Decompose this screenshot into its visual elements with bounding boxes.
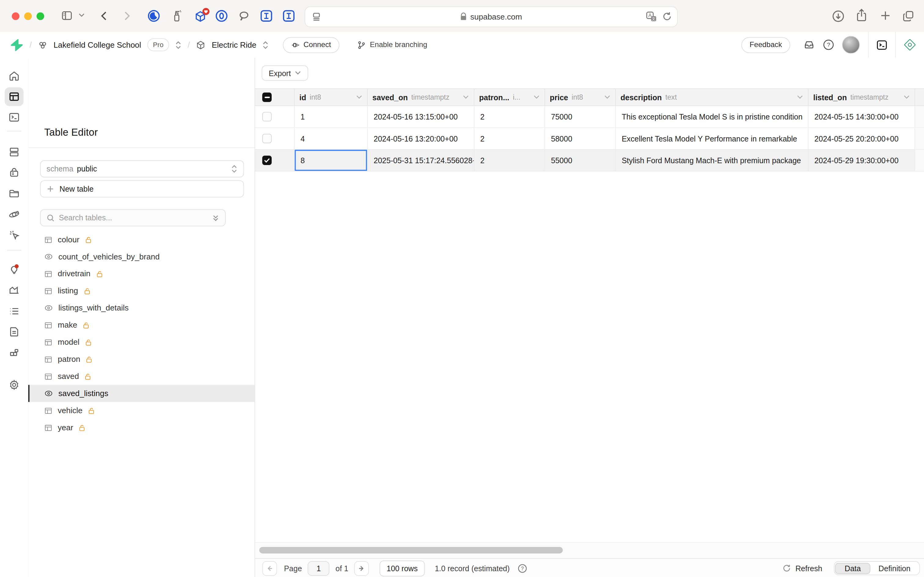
tab-data[interactable]: Data: [835, 562, 870, 574]
cell-description[interactable]: This exceptional Tesla Model S is in pri…: [616, 106, 808, 127]
instapaper-extension-icon-1[interactable]: [260, 10, 272, 22]
cell-saved-on[interactable]: 2025-05-31 15:17:24.556028+00: [368, 150, 474, 171]
sidebar-chevron-icon[interactable]: [78, 13, 85, 18]
column-header-patron-id[interactable]: patron...i...: [474, 89, 545, 105]
nav-reports[interactable]: [5, 281, 24, 300]
column-menu-icon[interactable]: [356, 95, 362, 99]
column-menu-icon[interactable]: [903, 95, 910, 99]
nav-sql-editor[interactable]: [5, 108, 24, 127]
column-header-price[interactable]: priceint8: [545, 89, 616, 105]
supabase-logo[interactable]: [10, 38, 24, 52]
nav-logs[interactable]: [5, 301, 24, 321]
org-switcher-icon[interactable]: [175, 40, 182, 49]
cell-patron-id[interactable]: 2: [474, 128, 545, 149]
table-item[interactable]: vehicle: [28, 402, 255, 419]
cell-id[interactable]: 4: [295, 128, 368, 149]
nav-auth[interactable]: [5, 163, 24, 182]
cell-listed-on[interactable]: 2024-05-15 14:30:00+00: [808, 106, 915, 127]
table-item[interactable]: saved: [28, 367, 255, 385]
nav-table-editor[interactable]: [5, 87, 24, 106]
forward-button[interactable]: [120, 10, 133, 22]
terminal-panel-icon[interactable]: [876, 39, 888, 50]
feedback-button[interactable]: Feedback: [741, 37, 790, 53]
org-name[interactable]: Lakefield College School: [53, 40, 141, 49]
new-table-button[interactable]: New table: [40, 180, 244, 197]
sidebar-toggle-icon[interactable]: [61, 10, 73, 22]
column-menu-icon[interactable]: [604, 95, 610, 99]
row-checkbox[interactable]: [262, 134, 272, 143]
instapaper-extension-icon-2[interactable]: [282, 10, 295, 22]
table-item[interactable]: year: [28, 419, 255, 436]
search-tables-input[interactable]: Search tables...: [40, 210, 225, 226]
nav-integrations[interactable]: [5, 343, 24, 363]
horizontal-scrollbar-track[interactable]: [255, 542, 924, 559]
column-header-id[interactable]: idint8: [295, 89, 368, 105]
select-all-checkbox-indeterminate[interactable]: [262, 93, 272, 102]
nav-api-docs[interactable]: [5, 322, 24, 342]
cell-id[interactable]: 1: [295, 106, 368, 127]
zoom-window-button[interactable]: [37, 12, 44, 20]
horizontal-scrollbar-thumb[interactable]: [259, 547, 563, 553]
records-help-icon[interactable]: ?: [517, 563, 527, 573]
tab-overview-icon[interactable]: [902, 10, 915, 23]
view-item[interactable]: count_of_vehicles_by_brand: [28, 248, 255, 265]
cell-price[interactable]: 58000: [545, 128, 616, 149]
column-header-listed-on[interactable]: listed_ontimestamptz: [808, 89, 915, 105]
cell-patron-id[interactable]: 2: [474, 106, 545, 127]
next-page-button[interactable]: [354, 561, 369, 575]
cell-listed-on[interactable]: 2024-05-25 20:20:00+00: [808, 128, 915, 149]
schema-select[interactable]: schema public: [40, 160, 244, 177]
back-button[interactable]: [98, 10, 111, 22]
table-row-selected[interactable]: 8 2025-05-31 15:17:24.556028+00 2 55000 …: [255, 150, 924, 171]
table-row[interactable]: 4 2024-05-16 13:20:00+00 2 58000 Excelle…: [255, 128, 924, 150]
ring-extension-icon[interactable]: [215, 10, 228, 22]
previous-page-button[interactable]: [262, 561, 277, 575]
nav-settings[interactable]: [5, 375, 24, 394]
cell-saved-on[interactable]: 2024-05-16 13:20:00+00: [368, 128, 474, 149]
view-item-selected[interactable]: saved_listings: [28, 385, 255, 402]
table-item[interactable]: patron: [28, 351, 255, 367]
column-header-description[interactable]: descriptiontext: [616, 89, 808, 105]
tab-definition[interactable]: Definition: [870, 563, 919, 573]
nav-database[interactable]: [5, 143, 24, 162]
minimize-window-button[interactable]: [24, 12, 32, 20]
column-menu-icon[interactable]: [463, 95, 469, 99]
table-item[interactable]: drivetrain: [28, 265, 255, 282]
cell-id-focused[interactable]: 8: [295, 150, 368, 171]
row-checkbox-checked[interactable]: [262, 156, 272, 165]
lasso-extension-icon[interactable]: [237, 10, 250, 22]
nav-advisors[interactable]: [5, 260, 24, 279]
table-item[interactable]: make: [28, 317, 255, 334]
column-menu-icon[interactable]: [797, 95, 803, 99]
translate-icon[interactable]: A文: [646, 7, 657, 26]
avatar[interactable]: [842, 36, 860, 54]
select-all-cell[interactable]: [255, 89, 295, 105]
connect-button[interactable]: Connect: [283, 37, 339, 53]
cell-description[interactable]: Excellent Tesla Model Y Performance in r…: [616, 128, 808, 149]
spray-bottle-extension-icon[interactable]: [171, 10, 182, 22]
nav-storage[interactable]: [5, 184, 24, 203]
project-name[interactable]: Electric Ride: [212, 40, 256, 49]
moon-extension-icon[interactable]: [147, 10, 160, 22]
nav-realtime[interactable]: [5, 226, 24, 245]
reload-icon[interactable]: [662, 7, 673, 26]
help-icon[interactable]: ?: [823, 39, 834, 51]
notifications-inbox-icon[interactable]: [803, 39, 815, 51]
column-menu-icon[interactable]: [533, 95, 539, 99]
view-item[interactable]: listings_with_details: [28, 300, 255, 317]
table-row[interactable]: 1 2024-05-16 13:15:00+00 2 75000 This ex…: [255, 106, 924, 128]
package-extension-icon[interactable]: [193, 8, 211, 25]
nav-edge-functions[interactable]: [5, 205, 24, 224]
table-item[interactable]: colour: [28, 231, 255, 248]
cell-price[interactable]: 55000: [545, 150, 616, 171]
page-input[interactable]: [308, 561, 329, 575]
row-checkbox[interactable]: [262, 112, 272, 121]
nav-home[interactable]: [5, 67, 24, 85]
rows-per-page-button[interactable]: 100 rows: [380, 560, 425, 576]
table-item[interactable]: model: [28, 334, 255, 351]
cell-listed-on[interactable]: 2024-05-29 19:30:00+00: [808, 150, 915, 171]
table-item[interactable]: listing: [28, 282, 255, 300]
address-bar[interactable]: supabase.com A文: [305, 6, 678, 27]
ai-assistant-icon[interactable]: [904, 39, 916, 51]
reader-view-icon[interactable]: [311, 7, 322, 26]
